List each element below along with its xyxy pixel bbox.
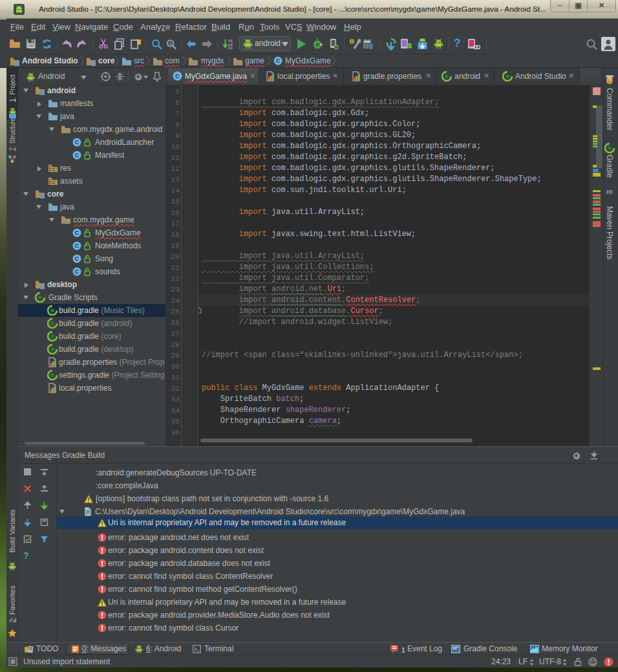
svg-text:01: 01	[228, 46, 233, 50]
svg-text:A: A	[168, 41, 172, 47]
